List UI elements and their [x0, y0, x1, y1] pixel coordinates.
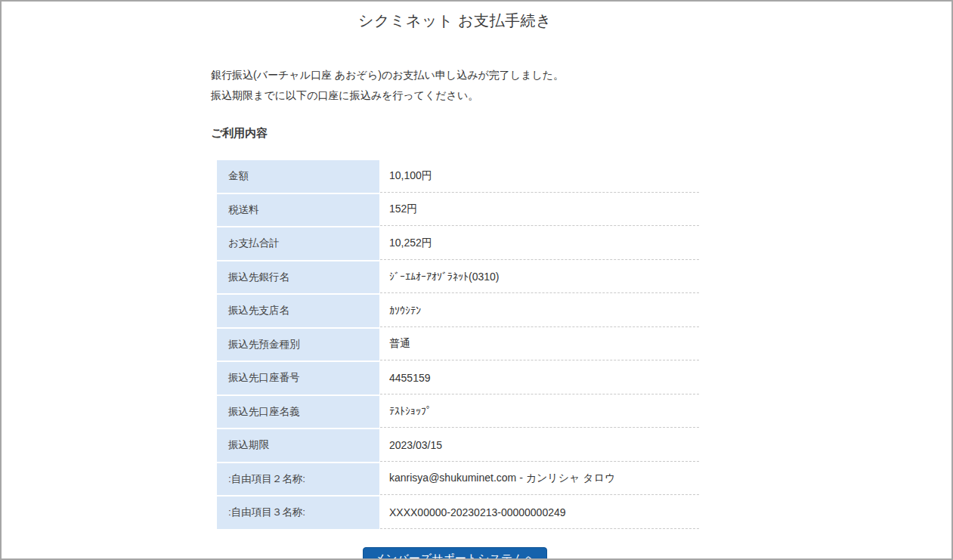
table-row: 振込先口座番号4455159 [217, 362, 699, 394]
payment-page: シクミネット お支払手続き 銀行振込(バーチャル口座 あおぞら)のお支払い申し込… [0, 0, 953, 560]
row-label: :自由項目３名称: [217, 497, 379, 529]
row-value: ｶｿｳｼﾃﾝ [380, 295, 699, 327]
row-value: 4455159 [380, 362, 699, 394]
row-label: お支払合計 [217, 227, 379, 260]
intro-text: 銀行振込(バーチャル口座 あおぞら)のお支払い申し込みが完了しました。 振込期限… [211, 65, 699, 106]
row-label: 振込先銀行名 [217, 261, 379, 294]
row-label: 振込先口座名義 [217, 396, 379, 429]
row-label: 振込先口座番号 [217, 362, 379, 394]
row-value: ｼﾞｰｴﾑｵｰｱｵｿﾞﾗﾈｯﾄ(0310) [380, 261, 699, 294]
table-row: 振込期限2023/03/15 [217, 429, 699, 462]
table-row: 税送料152円 [217, 194, 699, 227]
table-row: 振込先銀行名ｼﾞｰｴﾑｵｰｱｵｿﾞﾗﾈｯﾄ(0310) [217, 261, 699, 294]
main-content: 銀行振込(バーチャル口座 あおぞら)のお支払い申し込みが完了しました。 振込期限… [211, 65, 699, 560]
members-support-system-button[interactable]: メンバーズサポートシステムへ [363, 547, 547, 560]
table-row: 振込先預金種別普通 [217, 329, 699, 361]
table-row: お支払合計10,252円 [217, 227, 699, 260]
table-row: 金額10,100円 [217, 160, 699, 193]
table-row: :自由項目２名称:kanrisya@shukuminet.com - カンリシャ… [217, 463, 699, 496]
table-row: 振込先口座名義ﾃｽﾄｼｮｯﾌﾟ [217, 396, 699, 429]
intro-line-2: 振込期限までに以下の口座に振込みを行ってください。 [211, 85, 699, 106]
row-label: :自由項目２名称: [217, 463, 379, 496]
page-title: シクミネット お支払手続き [2, 11, 908, 31]
row-value: 10,100円 [380, 160, 699, 193]
row-value: ﾃｽﾄｼｮｯﾌﾟ [380, 396, 699, 429]
usage-table: 金額10,100円税送料152円お支払合計10,252円振込先銀行名ｼﾞｰｴﾑｵ… [217, 160, 699, 529]
row-value: 152円 [380, 194, 699, 227]
table-row: :自由項目３名称:XXXX00000-20230213-00000000249 [217, 497, 699, 529]
intro-line-1: 銀行振込(バーチャル口座 あおぞら)のお支払い申し込みが完了しました。 [211, 65, 699, 85]
row-label: 金額 [217, 160, 379, 193]
table-row: 振込先支店名ｶｿｳｼﾃﾝ [217, 295, 699, 327]
row-value: 普通 [380, 329, 699, 361]
row-label: 振込先預金種別 [217, 329, 379, 361]
row-value: XXXX00000-20230213-00000000249 [380, 497, 699, 529]
row-value: 2023/03/15 [380, 429, 699, 462]
usage-heading: ご利用内容 [211, 126, 699, 141]
button-area: メンバーズサポートシステムへ [211, 547, 699, 560]
row-value: kanrisya@shukuminet.com - カンリシャ タロウ [380, 463, 699, 496]
row-label: 税送料 [217, 194, 379, 227]
row-value: 10,252円 [380, 227, 699, 260]
row-label: 振込先支店名 [217, 295, 379, 327]
row-label: 振込期限 [217, 429, 379, 462]
content-container: シクミネット お支払手続き 銀行振込(バーチャル口座 あおぞら)のお支払い申し込… [2, 11, 908, 560]
